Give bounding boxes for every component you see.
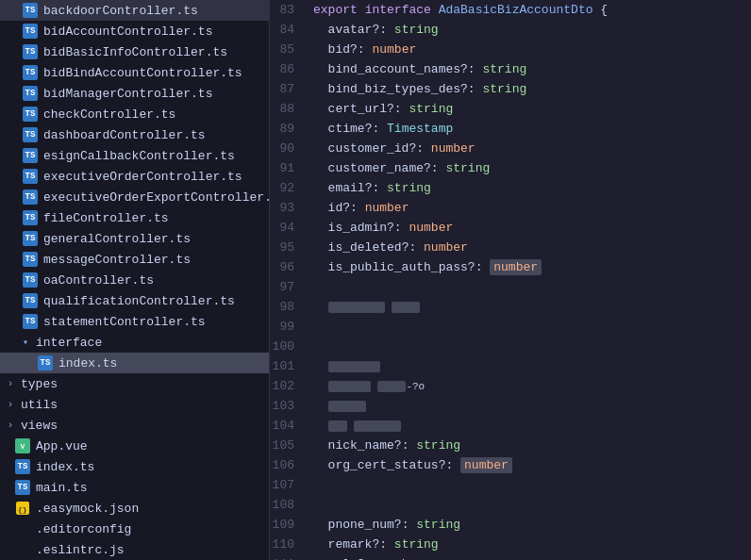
code-line-84: 84 avatar?: string [270, 20, 751, 40]
json-icon: {} [15, 501, 30, 516]
line-content: id?: number [309, 201, 751, 215]
code-line-95: 95 is_deleted?: number [270, 238, 751, 257]
code-line-106: 106 org_cert_status?: number [270, 455, 751, 475]
sidebar-item-appvue[interactable]: V App.vue [0, 436, 269, 456]
sidebar-item-checkcontroller[interactable]: TS checkController.ts [0, 104, 269, 124]
sidebar-item-main[interactable]: TS main.ts [0, 477, 269, 498]
code-line-93: 93 id?: number [270, 198, 751, 218]
code-line-97: 97 [270, 277, 751, 297]
file-label: bidBindAccountController.ts [43, 66, 242, 80]
line-number: 105 [270, 438, 309, 453]
sidebar-item-filecontroller[interactable]: TS fileController.ts [0, 207, 269, 228]
line-number: 93 [270, 201, 309, 215]
file-label: qualificationController.ts [43, 294, 235, 308]
chevron-right-icon: › [8, 420, 19, 431]
code-line-90: 90 customer_id?: number [270, 139, 751, 158]
file-label: .easymock.json [36, 502, 139, 516]
code-line-105: 105 nick_name?: string [270, 436, 751, 455]
line-content [309, 419, 751, 433]
line-number: 84 [270, 23, 309, 37]
sidebar-item-eslintrc[interactable]: .eslintrc.js [0, 539, 269, 560]
line-number: 101 [270, 359, 309, 373]
code-line-96: 96 is_public_auth_pass?: number [270, 257, 751, 277]
file-label: bidBasicInfoController.ts [43, 45, 227, 59]
code-line-102: 102 -?o [270, 376, 751, 396]
line-number: 100 [270, 339, 309, 354]
sidebar-item-root-index[interactable]: TS index.ts [0, 456, 269, 477]
line-content: bind_biz_types_des?: string [309, 82, 751, 96]
file-label: executiveOrderController.ts [43, 170, 242, 184]
sidebar-item-statementcontroller[interactable]: TS statementController.ts [0, 311, 269, 332]
line-number: 96 [270, 260, 309, 274]
sidebar-item-qualificationcontroller[interactable]: TS qualificationController.ts [0, 290, 269, 311]
sidebar-item-backdoorcontroller[interactable]: TS backdoorController.ts [0, 0, 269, 21]
folder-label: utils [21, 398, 58, 412]
sidebar-item-executiveordercontroller[interactable]: TS executiveOrderController.ts [0, 166, 269, 187]
line-number: 86 [270, 62, 309, 76]
line-number: 95 [270, 240, 309, 255]
folder-utils[interactable]: › utils [0, 394, 269, 415]
code-line-91: 91 customer_name?: string [270, 158, 751, 178]
ts-icon: TS [23, 210, 38, 225]
code-editor: 83 export interface AdaBasicBizAccountDt… [270, 0, 751, 560]
file-label: statementController.ts [43, 315, 206, 329]
chevron-right-icon: › [8, 400, 19, 410]
sidebar-item-easymock[interactable]: {} .easymock.json [0, 498, 269, 519]
ts-icon: TS [23, 189, 38, 205]
sidebar-item-messagecontroller[interactable]: TS messageController.ts [0, 249, 269, 270]
sidebar-item-esigncallbackcontroller[interactable]: TS esignCallbackController.ts [0, 145, 269, 166]
js-icon [15, 542, 30, 557]
sidebar-item-bidbindaccountcontroller[interactable]: TS bidBindAccountController.ts [0, 62, 269, 83]
ts-icon: TS [23, 107, 38, 122]
file-label: generalController.ts [43, 232, 191, 246]
line-content: avatar?: string [309, 23, 751, 37]
code-line-107: 107 [270, 475, 751, 495]
line-content: customer_name?: string [309, 161, 751, 175]
line-number: 91 [270, 161, 309, 175]
line-content: nick_name?: string [309, 438, 751, 453]
sidebar-item-generalcontroller[interactable]: TS generalController.ts [0, 228, 269, 249]
sidebar-item-bidbaricinfocontroller[interactable]: TS bidBasicInfoController.ts [0, 41, 269, 62]
line-number: 83 [270, 3, 309, 17]
line-number: 103 [270, 399, 309, 413]
line-content: customer_id?: number [309, 141, 751, 156]
sidebar-item-oacontroller[interactable]: TS oaController.ts [0, 270, 269, 290]
ts-icon: TS [23, 293, 38, 308]
sidebar-item-bidaccountcontroller[interactable]: TS bidAccountController.ts [0, 21, 269, 41]
folder-interface[interactable]: ▾ interface [0, 332, 269, 353]
line-content: ctime?: Timestamp [309, 122, 751, 136]
line-content: email?: string [309, 181, 751, 195]
sidebar-item-bidmanagercontroller[interactable]: TS bidManagerController.ts [0, 83, 269, 104]
file-label: executiveOrderExportController.ts [43, 190, 269, 205]
line-content [309, 320, 751, 334]
chevron-right-icon: › [8, 379, 19, 389]
vue-icon: V [15, 438, 30, 453]
sidebar-item-editorconfig[interactable]: .editorconfig [0, 519, 269, 539]
line-content: is_admin?: number [309, 221, 751, 235]
line-number: 102 [270, 379, 309, 393]
folder-views[interactable]: › views [0, 415, 269, 436]
ts-icon: TS [15, 459, 30, 474]
line-number: 92 [270, 181, 309, 195]
code-line-89: 89 ctime?: Timestamp [270, 119, 751, 139]
folder-types[interactable]: › types [0, 373, 269, 394]
sidebar-item-executiveorderexportcontroller[interactable]: TS executiveOrderExportController.ts [0, 187, 269, 207]
code-line-86: 86 bind_account_names?: string [270, 59, 751, 79]
ts-icon: TS [23, 314, 38, 329]
code-line-101: 101 [270, 356, 751, 376]
code-line-100: 100 [270, 337, 751, 356]
line-number: 104 [270, 419, 309, 433]
sidebar-item-interface-index[interactable]: TS index.ts [0, 353, 269, 373]
line-content [309, 498, 751, 512]
line-content [309, 478, 751, 492]
file-label: index.ts [36, 460, 94, 474]
file-label: index.ts [58, 356, 117, 371]
code-line-83: 83 export interface AdaBasicBizAccountDt… [270, 0, 751, 20]
line-content [309, 339, 751, 354]
code-line-92: 92 email?: string [270, 178, 751, 198]
sidebar-item-dashboardcontroller[interactable]: TS dashboardController.ts [0, 124, 269, 145]
folder-label: views [21, 419, 58, 433]
file-label: .editorconfig [36, 522, 131, 536]
ts-icon: TS [23, 148, 38, 163]
ts-icon: TS [23, 24, 38, 39]
